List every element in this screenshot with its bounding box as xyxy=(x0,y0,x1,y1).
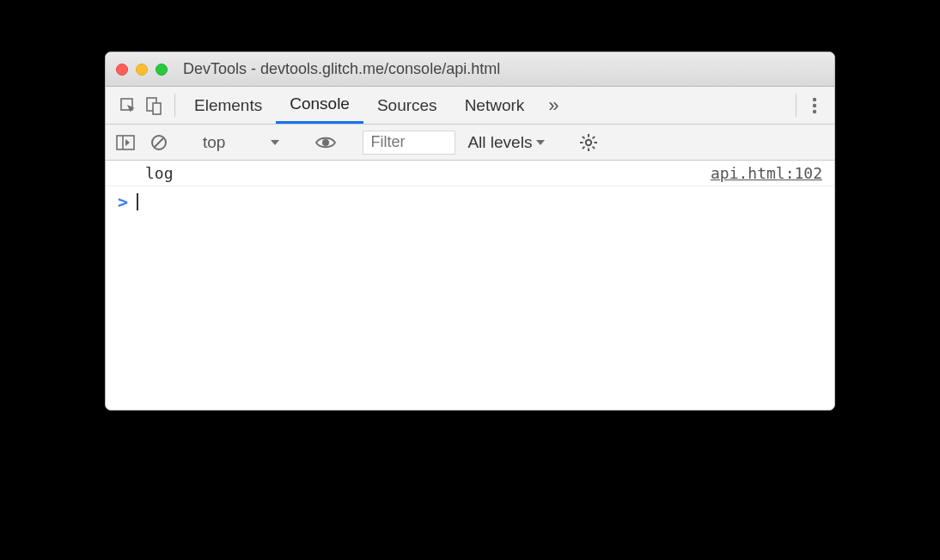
log-entry: log api.html:102 xyxy=(106,161,834,186)
svg-point-4 xyxy=(813,103,816,107)
tab-bar: Elements Console Sources Network » xyxy=(106,87,834,125)
svg-rect-2 xyxy=(153,103,161,114)
toggle-sidebar-icon[interactable] xyxy=(111,131,140,154)
svg-line-16 xyxy=(583,136,585,138)
devtools-window: DevTools - devtools.glitch.me/console/ap… xyxy=(105,52,835,411)
device-toggle-icon[interactable] xyxy=(145,96,162,115)
inspect-icon[interactable] xyxy=(119,97,137,114)
close-window-icon[interactable] xyxy=(116,64,128,76)
tab-sources[interactable]: Sources xyxy=(363,87,451,124)
traffic-lights xyxy=(116,64,168,76)
svg-line-19 xyxy=(593,136,595,138)
clear-console-icon[interactable] xyxy=(145,131,173,155)
text-cursor xyxy=(137,193,138,210)
log-source-link[interactable]: api.html:102 xyxy=(711,164,822,182)
minimize-window-icon[interactable] xyxy=(136,64,148,76)
tab-network[interactable]: Network xyxy=(451,87,539,124)
console-settings-icon[interactable] xyxy=(574,130,603,155)
live-expression-icon[interactable] xyxy=(310,132,341,153)
svg-line-17 xyxy=(593,146,595,149)
levels-label: All levels xyxy=(467,133,532,152)
console-output: log api.html:102 > xyxy=(106,161,834,410)
svg-point-5 xyxy=(813,109,816,113)
context-label: top xyxy=(203,133,225,152)
svg-line-9 xyxy=(155,138,163,147)
dropdown-icon xyxy=(535,139,546,146)
console-toolbar: top All levels xyxy=(106,125,834,161)
log-levels-selector[interactable]: All levels xyxy=(461,133,552,152)
context-selector[interactable]: top xyxy=(194,131,289,154)
fullscreen-window-icon[interactable] xyxy=(156,64,168,76)
tab-console[interactable]: Console xyxy=(276,87,363,124)
panel-tabs: Elements Console Sources Network » xyxy=(180,87,570,124)
prompt-chevron-icon: > xyxy=(118,192,128,212)
log-message: log xyxy=(145,164,174,182)
titlebar: DevTools - devtools.glitch.me/console/ap… xyxy=(106,52,834,87)
dropdown-icon xyxy=(270,139,280,146)
more-tabs-button[interactable]: » xyxy=(538,94,569,117)
svg-point-10 xyxy=(322,139,329,146)
svg-point-11 xyxy=(586,139,591,144)
window-title: DevTools - devtools.glitch.me/console/ap… xyxy=(183,60,500,78)
settings-menu-button[interactable] xyxy=(802,87,827,124)
svg-line-18 xyxy=(583,146,585,149)
console-prompt[interactable]: > xyxy=(106,186,834,217)
filter-input[interactable] xyxy=(363,131,455,155)
tab-elements[interactable]: Elements xyxy=(180,87,276,124)
divider xyxy=(796,94,797,117)
svg-point-3 xyxy=(813,97,816,100)
divider xyxy=(174,94,175,117)
